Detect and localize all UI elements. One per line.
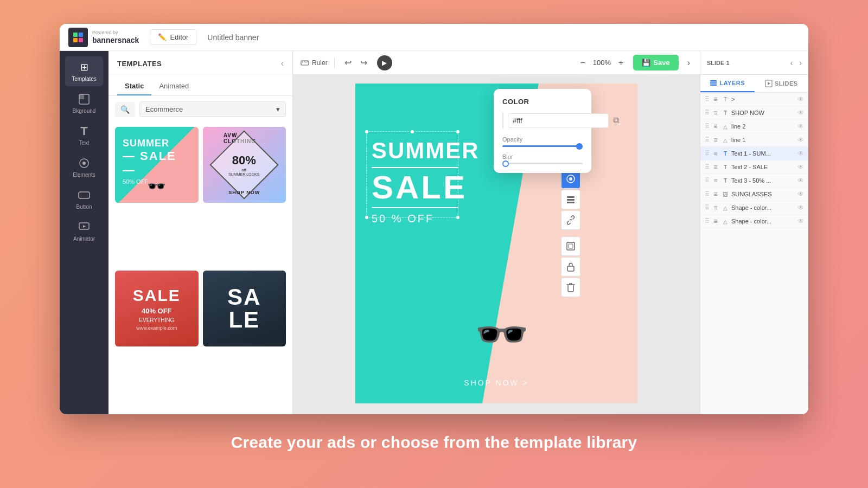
eye-icon[interactable]: 👁 — [797, 190, 804, 198]
svg-rect-24 — [710, 80, 717, 82]
sidebar-item-elements[interactable]: Elements — [65, 152, 103, 182]
eye-icon[interactable]: 👁 — [797, 109, 804, 117]
zoom-in-btn[interactable]: + — [615, 57, 627, 69]
eye-icon[interactable]: 👁 — [797, 204, 804, 211]
layer-item[interactable]: ⠿ ≡ △ Shape - color... 👁 — [700, 215, 808, 228]
layer-item[interactable]: ⠿ ≡ T > 👁 — [700, 93, 808, 106]
banner-text-off[interactable]: 50 % OFF — [372, 213, 480, 225]
layer-type-t: T — [722, 97, 729, 102]
layer-item[interactable]: ⠿ ≡ 🖼 SUNGLASSES 👁 — [700, 188, 808, 201]
banner-text-summer[interactable]: SUMMER — [372, 138, 480, 164]
svg-rect-2 — [73, 38, 78, 42]
delete-tool-btn[interactable] — [561, 278, 580, 297]
layer-name: SHOP NOW — [731, 110, 795, 116]
eye-icon[interactable]: 👁 — [797, 177, 804, 184]
drag-handle-icon: ⠿ — [705, 109, 710, 117]
layer-type-text: T — [722, 151, 729, 157]
sidebar-item-button[interactable]: Button — [65, 184, 103, 214]
banner-shop-now[interactable]: SHOP NOW > — [464, 378, 529, 387]
svg-rect-26 — [710, 85, 717, 86]
sidebar-item-animator[interactable]: Animator — [65, 216, 103, 246]
next-slide-btn[interactable]: › — [797, 57, 804, 68]
layer-item[interactable]: ⠿ ≡ △ Shape - color... 👁 — [700, 201, 808, 215]
search-filter-row: 🔍 Ecommerce ▾ — [108, 96, 292, 123]
color-swatch[interactable] — [502, 112, 503, 129]
layer-group-icon: ≡ — [712, 136, 719, 144]
layer-type-shape2: △ — [722, 205, 729, 211]
layer-item[interactable]: ⠿ ≡ △ line 2 👁 — [700, 120, 808, 133]
sidebar-item-background[interactable]: Bkground — [65, 88, 103, 118]
opacity-slider-track[interactable] — [502, 145, 583, 147]
layer-name: Text 3 - 50% ... — [731, 177, 795, 184]
svg-point-17 — [569, 177, 572, 181]
template-card-dark-sale[interactable]: SA LE — [203, 271, 286, 346]
color-hex-input[interactable]: #fff — [508, 113, 609, 128]
copy-color-btn[interactable]: ⧉ — [613, 115, 619, 125]
tab-layers[interactable]: LAYERS — [700, 75, 755, 92]
blur-slider-thumb[interactable] — [502, 160, 509, 167]
editor-tab-btn[interactable]: ✏️ Editor — [150, 29, 196, 45]
templates-icon: ⊞ — [78, 61, 91, 74]
template-card-summer-teal[interactable]: SUMMER — SALE — 50% OFF 🕶️ — [115, 127, 199, 203]
color-popup-title: COLOR — [502, 98, 583, 106]
eye-icon[interactable]: 👁 — [797, 217, 804, 225]
banner-text-sale[interactable]: SALE — [372, 171, 480, 204]
animator-icon — [78, 221, 91, 234]
prev-slide-btn[interactable]: ‹ — [788, 57, 795, 68]
layer-item[interactable]: ⠿ ≡ T SHOP NOW 👁 — [700, 106, 808, 120]
layer-item[interactable]: ⠿ ≡ T Text 2 - SALE 👁 — [700, 160, 808, 174]
elements-icon — [78, 157, 91, 170]
eye-icon[interactable]: 👁 — [797, 163, 804, 171]
ruler-icon — [301, 59, 309, 67]
undo-redo-group: ↩ ↪ — [341, 55, 371, 70]
title-bar: Powered by bannersnack ✏️ Editor Untitle… — [60, 24, 808, 51]
canvas-area: Ruler ↩ ↪ ▶ − 100% + 💾 Save › — [293, 51, 700, 414]
save-btn[interactable]: 💾 Save — [633, 55, 678, 70]
layer-group-icon: ≡ — [712, 163, 719, 171]
panel-collapse-btn[interactable]: ‹ — [281, 59, 284, 68]
layer-type-image: 🖼 — [722, 191, 729, 197]
chevron-down-icon: ▾ — [276, 105, 280, 113]
layer-name: > — [731, 96, 795, 102]
eye-icon[interactable]: 👁 — [797, 136, 804, 144]
logo-text: Powered by bannersnack — [92, 30, 139, 45]
layer-item-active[interactable]: ⠿ ≡ T Text 1 - SUM... 👁 — [700, 147, 808, 160]
tab-static[interactable]: Static — [117, 79, 151, 95]
layer-list: ⠿ ≡ T > 👁 ⠿ ≡ T SHOP NOW 👁 ⠿ ≡ △ — [700, 93, 808, 414]
svg-rect-20 — [567, 202, 575, 203]
category-select[interactable]: Ecommerce ▾ — [139, 101, 286, 117]
layer-item[interactable]: ⠿ ≡ △ line 1 👁 — [700, 133, 808, 147]
drag-handle-icon: ⠿ — [705, 177, 710, 184]
link-tool-btn[interactable] — [561, 210, 580, 230]
eye-icon[interactable]: 👁 — [797, 150, 804, 157]
eye-icon[interactable]: 👁 — [797, 123, 804, 130]
template-card-red-sale[interactable]: SALE 40% OFF EVERYTHING www.example.com — [115, 271, 199, 346]
banner-text-area: SUMMER SALE 50 % OFF — [372, 138, 480, 225]
layers-tool-btn[interactable] — [561, 190, 580, 209]
tab-animated[interactable]: Animated — [151, 79, 196, 95]
opacity-slider-thumb[interactable] — [576, 143, 583, 150]
layer-type-text: T — [722, 110, 729, 116]
save-icon: 💾 — [642, 59, 650, 67]
ruler-btn[interactable]: Ruler — [301, 59, 328, 67]
template-card-80off[interactable]: AVW CLOTHING 80% off SUMMER LOOKS SHOP N… — [203, 127, 286, 203]
lock-tool-btn[interactable] — [561, 257, 580, 277]
search-box: 🔍 — [115, 102, 135, 117]
blur-slider-track[interactable] — [502, 163, 583, 164]
zoom-out-btn[interactable]: − — [577, 57, 588, 69]
template-grid: SUMMER — SALE — 50% OFF 🕶️ AVW CLOTHING … — [108, 123, 292, 414]
color-popup: COLOR #fff ⧉ Opacity Blur — [494, 89, 591, 173]
play-btn[interactable]: ▶ — [377, 55, 392, 70]
layer-name: line 2 — [731, 123, 795, 130]
tab-slides[interactable]: SLIDES — [755, 75, 809, 92]
undo-btn[interactable]: ↩ — [341, 55, 355, 70]
frame-tool-btn[interactable] — [561, 236, 580, 256]
expand-btn[interactable]: › — [685, 56, 692, 70]
template-tabs: Static Animated — [108, 74, 292, 96]
layer-item[interactable]: ⠿ ≡ T Text 3 - 50% ... 👁 — [700, 174, 808, 188]
sidebar-item-text[interactable]: T Text — [65, 120, 103, 150]
sidebar-item-templates[interactable]: ⊞ Templates — [65, 56, 103, 86]
redo-btn[interactable]: ↪ — [357, 55, 371, 70]
eye-icon[interactable]: 👁 — [797, 95, 804, 103]
logo-icon — [68, 28, 88, 47]
